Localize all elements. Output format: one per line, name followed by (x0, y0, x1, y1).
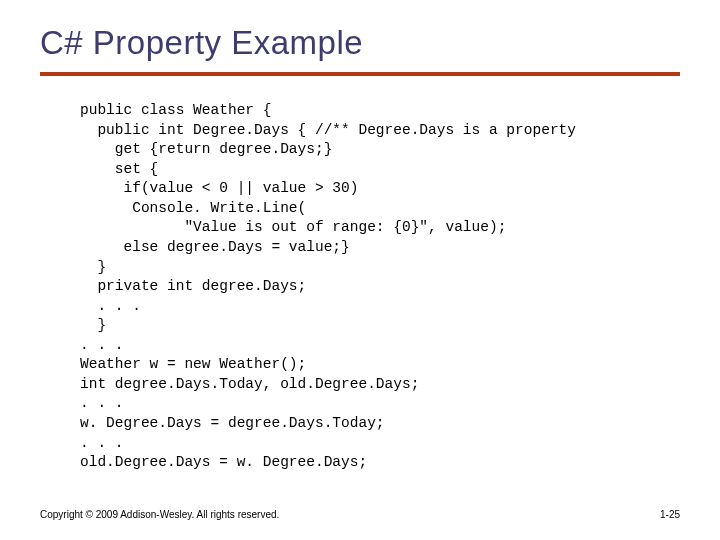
slide-title: C# Property Example (40, 24, 680, 62)
code-block: public class Weather { public int Degree… (80, 101, 680, 473)
title-rule (40, 72, 680, 76)
page-number: 1-25 (660, 509, 680, 520)
slide: C# Property Example public class Weather… (0, 0, 720, 540)
footer: Copyright © 2009 Addison-Wesley. All rig… (40, 509, 680, 520)
copyright-text: Copyright © 2009 Addison-Wesley. All rig… (40, 509, 279, 520)
